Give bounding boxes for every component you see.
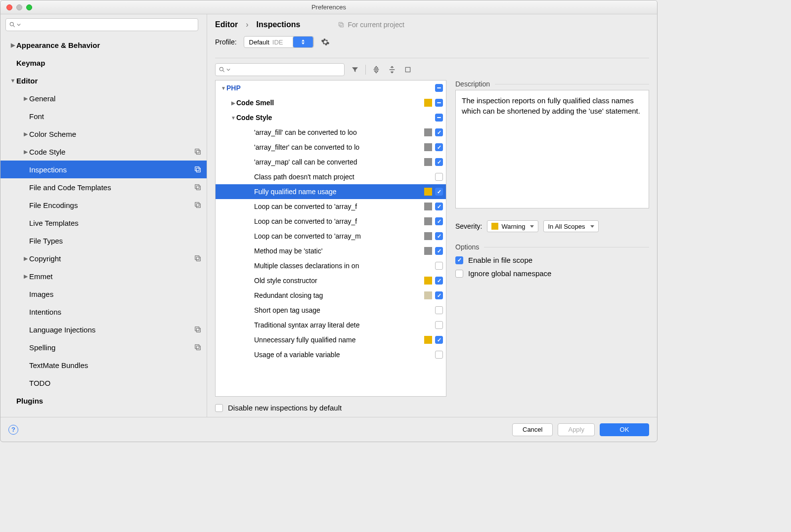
inspection-row[interactable]: ▼Code Style — [216, 110, 446, 125]
sidebar-item-label: Appearance & Behavior — [16, 41, 202, 49]
inspection-row[interactable]: Usage of a variable variable — [216, 347, 446, 362]
inspection-checkbox[interactable] — [435, 143, 443, 151]
sidebar-item[interactable]: ▶General — [0, 89, 207, 107]
inspection-checkbox[interactable] — [435, 291, 443, 299]
sidebar-item[interactable]: File Encodings — [0, 196, 207, 214]
sidebar-item[interactable]: TextMate Bundles — [0, 356, 207, 374]
inspection-row[interactable]: Short open tag usage — [216, 303, 446, 318]
inspection-row[interactable]: Unnecessary fully qualified name — [216, 332, 446, 347]
scope-select[interactable]: In All Scopes — [543, 220, 598, 232]
inspection-row[interactable]: 'array_map' call can be converted — [216, 155, 446, 169]
sidebar-item[interactable]: Plugins — [0, 392, 207, 409]
sidebar-item[interactable]: Font — [0, 107, 207, 125]
sidebar-item[interactable]: ▶Copyright — [0, 249, 207, 267]
inspection-checkbox[interactable] — [435, 232, 443, 240]
inspection-row[interactable]: 'array_fill' can be converted to loo — [216, 125, 446, 140]
checkbox-enable-file-scope[interactable] — [455, 256, 463, 264]
inspection-label: Redundant closing tag — [254, 291, 424, 299]
profile-select[interactable]: DefaultIDE — [244, 36, 314, 48]
sidebar-item[interactable]: Live Templates — [0, 214, 207, 232]
sidebar-search-input[interactable] — [5, 18, 198, 31]
severity-swatch — [424, 306, 432, 314]
inspection-row[interactable]: Class path doesn't match project — [216, 169, 446, 184]
sidebar-item[interactable]: ▶Color Scheme — [0, 125, 207, 143]
sidebar-item[interactable]: TODO — [0, 374, 207, 392]
inspection-checkbox[interactable] — [435, 321, 443, 329]
inspection-checkbox[interactable] — [435, 188, 443, 196]
inspection-label: 'array_map' call can be converted — [254, 158, 424, 166]
help-button[interactable]: ? — [8, 425, 18, 435]
inspection-toolbar — [207, 58, 657, 79]
sidebar-item[interactable]: Inspections — [0, 161, 207, 178]
sidebar-item[interactable]: Language Injections — [0, 321, 207, 338]
inspection-checkbox[interactable] — [435, 158, 443, 166]
cancel-button[interactable]: Cancel — [512, 423, 553, 436]
filter-button[interactable] — [350, 64, 360, 75]
sidebar-item-label: Inspections — [29, 165, 192, 174]
svg-rect-10 — [196, 257, 200, 261]
sidebar-item-label: Editor — [16, 77, 202, 85]
severity-swatch — [424, 232, 432, 240]
severity-swatch — [424, 321, 432, 329]
inspection-label: Method may be 'static' — [254, 247, 424, 255]
expand-all-button[interactable] — [371, 64, 382, 75]
inspection-row[interactable]: Multiple classes declarations in on — [216, 258, 446, 273]
checkbox-disable-new-inspections[interactable] — [215, 404, 223, 412]
inspection-row[interactable]: Redundant closing tag — [216, 288, 446, 303]
sidebar-item-label: Code Style — [29, 148, 192, 156]
inspection-row[interactable]: Old style constructor — [216, 273, 446, 288]
inspection-row[interactable]: Fully qualified name usage — [216, 184, 446, 199]
inspection-checkbox[interactable] — [435, 336, 443, 344]
sidebar-item[interactable]: ▶Emmet — [0, 267, 207, 285]
sidebar-item[interactable]: Intentions — [0, 303, 207, 321]
option-ignore-global-namespace[interactable]: Ignore global namespace — [455, 269, 649, 278]
disable-inspections-row[interactable]: Disable new inspections by default — [207, 401, 657, 417]
inspection-checkbox[interactable] — [435, 128, 443, 136]
sidebar-item[interactable]: ▶Appearance & Behavior — [0, 36, 207, 54]
sidebar-item[interactable]: Spelling — [0, 338, 207, 356]
inspection-checkbox[interactable] — [435, 84, 443, 92]
inspection-row[interactable]: Loop can be converted to 'array_f — [216, 214, 446, 229]
option-enable-file-scope[interactable]: Enable in file scope — [455, 256, 649, 264]
inspection-row[interactable]: Method may be 'static' — [216, 244, 446, 258]
apply-button[interactable]: Apply — [558, 423, 595, 436]
collapse-all-button[interactable] — [387, 64, 397, 75]
inspection-row[interactable]: ▼PHP — [216, 81, 446, 95]
sidebar-item[interactable]: File and Code Templates — [0, 178, 207, 196]
reset-button[interactable] — [402, 64, 413, 75]
inspection-checkbox[interactable] — [435, 99, 443, 107]
inspection-row[interactable]: Traditional syntax array literal dete — [216, 318, 446, 332]
severity-select[interactable]: Warning — [487, 220, 538, 232]
checkbox-ignore-global-namespace[interactable] — [455, 270, 463, 278]
inspection-checkbox[interactable] — [435, 262, 443, 270]
inspection-checkbox[interactable] — [435, 247, 443, 255]
inspection-checkbox[interactable] — [435, 173, 443, 181]
inspection-row[interactable]: Loop can be converted to 'array_m — [216, 229, 446, 244]
inspection-row[interactable]: Loop can be converted to 'array_f — [216, 199, 446, 214]
sidebar-item[interactable]: Keymap — [0, 54, 207, 72]
gear-icon[interactable] — [321, 38, 330, 46]
sidebar-item[interactable]: Images — [0, 285, 207, 303]
inspection-checkbox[interactable] — [435, 277, 443, 285]
inspection-tree[interactable]: ▼PHP▶Code Smell▼Code Style'array_fill' c… — [215, 80, 446, 397]
sidebar-tree[interactable]: ▶Appearance & BehaviorKeymap▼Editor▶Gene… — [0, 34, 207, 417]
inspection-checkbox[interactable] — [435, 306, 443, 314]
sidebar-item[interactable]: ▼Editor — [0, 72, 207, 89]
scope-indicator: For current project — [338, 21, 404, 29]
sidebar-item-label: Color Scheme — [29, 130, 202, 138]
sidebar-item[interactable]: ▶Code Style — [0, 143, 207, 161]
inspection-checkbox[interactable] — [435, 217, 443, 225]
inspection-row[interactable]: ▶Code Smell — [216, 95, 446, 110]
ok-button[interactable]: OK — [600, 423, 649, 436]
inspection-row[interactable]: 'array_filter' can be converted to lo — [216, 140, 446, 155]
inspection-checkbox[interactable] — [435, 114, 443, 122]
svg-rect-5 — [195, 167, 199, 171]
sidebar-item-label: TextMate Bundles — [29, 361, 202, 369]
inspection-checkbox[interactable] — [435, 351, 443, 359]
inspection-checkbox[interactable] — [435, 203, 443, 210]
inspection-label: Fully qualified name usage — [254, 188, 424, 196]
inspection-search-input[interactable] — [215, 63, 345, 76]
profile-row: Profile: DefaultIDE — [215, 36, 649, 48]
sidebar-item[interactable]: File Types — [0, 232, 207, 249]
profile-select-stepper[interactable] — [293, 36, 313, 48]
